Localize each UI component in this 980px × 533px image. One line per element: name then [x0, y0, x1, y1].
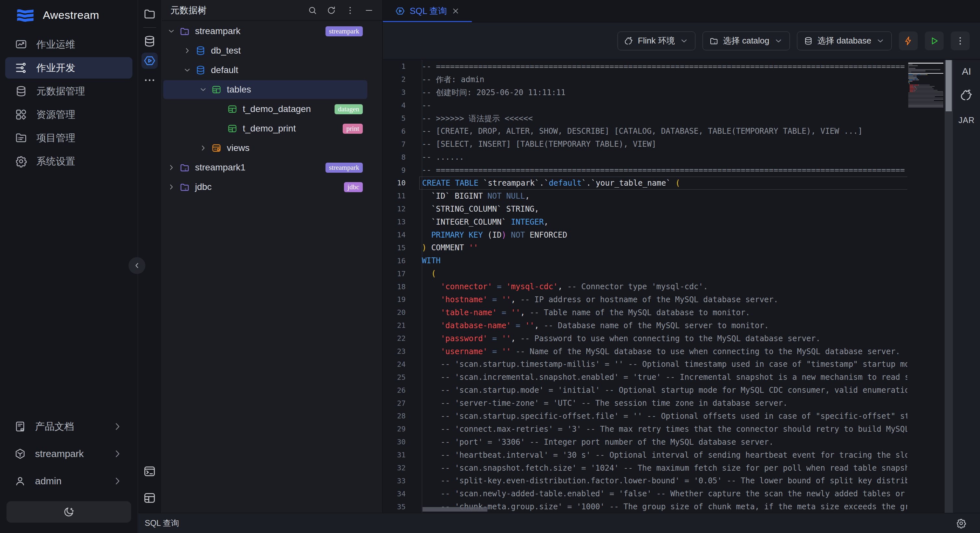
code-line[interactable]: 32 -- 'scan.snapshot.fetch.size' = '1024…	[383, 461, 907, 474]
code-line[interactable]: 9-- ====================================…	[383, 164, 907, 177]
catalog-icon: c	[180, 162, 190, 173]
scrollbar-thumb[interactable]	[946, 60, 952, 111]
action-run-button[interactable]	[925, 32, 943, 50]
code-text: PRIMARY KEY (ID) NOT ENFORCED	[419, 229, 907, 242]
minimap[interactable]	[907, 60, 945, 513]
code-line[interactable]: 13 `INTEGER_COLUMN` INTEGER,	[383, 216, 907, 229]
chevron-right-icon[interactable]	[167, 183, 175, 191]
code-line[interactable]: 23 'username' = '' -- Name of the MySQL …	[383, 345, 907, 358]
code-line[interactable]: 28 -- 'scan.startup.specific-offset.file…	[383, 410, 907, 423]
search-icon[interactable]	[308, 6, 317, 15]
tree-item-tables[interactable]: tables	[163, 80, 368, 99]
code-line[interactable]: 16WITH	[383, 254, 907, 267]
code-text: -- 作者: admin	[419, 73, 907, 86]
code-line[interactable]: 4--	[383, 99, 907, 112]
code-text: -- >>>>>> 语法提示 <<<<<<	[419, 112, 907, 125]
tab-sql-query[interactable]: SQL 查询	[383, 0, 472, 22]
code-line[interactable]: 26 -- 'scan.startup.mode' = 'initial' --…	[383, 384, 907, 397]
tree-item-t_demo_datagen[interactable]: t_demo_datagendatagen	[163, 100, 368, 118]
code-line[interactable]: 1-- ====================================…	[383, 60, 907, 73]
activity-ellipsis-h-button[interactable]	[142, 72, 158, 88]
code-line[interactable]: 22 'password' = '', -- Password to use w…	[383, 332, 907, 345]
minimap-line	[908, 69, 943, 70]
chevron-down-icon[interactable]	[183, 66, 191, 74]
code-line[interactable]: 7-- [SELECT, INSERT] [TABLE(TEMPORARY TA…	[383, 138, 907, 151]
code-editor[interactable]: 1-- ====================================…	[383, 60, 907, 513]
code-line[interactable]: 10CREATE TABLE `streampark`.`default`.`y…	[383, 177, 907, 189]
code-line[interactable]: 8-- ......	[383, 151, 907, 164]
gear-icon	[956, 518, 966, 528]
dropdown-select-database[interactable]: 选择 database	[797, 32, 892, 50]
refresh-icon[interactable]	[326, 6, 336, 15]
rail-flink-icon[interactable]	[960, 89, 973, 104]
action-more-button[interactable]	[951, 32, 970, 50]
code-line[interactable]: 19 'hostname' = '', -- IP address or hos…	[383, 293, 907, 306]
code-line[interactable]: 25 -- 'scan.incremental.snapshot.enabled…	[383, 371, 907, 384]
code-line[interactable]: 29 -- 'connect.max-retries' = '3' -- The…	[383, 423, 907, 436]
code-line[interactable]: 30 -- 'port' = '3306' -- Integer port nu…	[383, 436, 907, 449]
sidebar-item-monitor[interactable]: 作业运维	[5, 34, 132, 55]
chevron-right-icon[interactable]	[199, 144, 207, 152]
sidebar-item-gear[interactable]: 系统设置	[5, 151, 132, 172]
tree-item-views[interactable]: views	[163, 138, 368, 158]
close-icon[interactable]	[451, 7, 460, 15]
sidebar-item-grid[interactable]: 资源管理	[5, 104, 132, 125]
code-line[interactable]: 15) COMMENT ''	[383, 241, 907, 254]
sidebar-item-workflow[interactable]: 作业开发	[5, 57, 132, 78]
code-line[interactable]: 34 -- 'scan.newly-added-table.enabled' =…	[383, 487, 907, 500]
footer-item-package[interactable]: streampark	[0, 440, 138, 468]
code-line[interactable]: 11 `ID` BIGINT NOT NULL,	[383, 189, 907, 202]
code-line[interactable]: 31 -- 'heartbeat.interval' = '30 s' -- O…	[383, 449, 907, 461]
code-line[interactable]: 3-- 创建时间: 2025-06-20 11:11:11	[383, 86, 907, 99]
code-line[interactable]: 2-- 作者: admin	[383, 73, 907, 86]
sidebar-collapse-button[interactable]	[129, 257, 145, 274]
rail-jar[interactable]: JAR	[958, 116, 974, 125]
minus-icon[interactable]	[364, 6, 374, 15]
tree-item-streampark[interactable]: cstreamparkstreampark	[163, 22, 368, 41]
tree-item-db_test[interactable]: db_test	[163, 41, 368, 60]
activity-terminal-button[interactable]	[142, 463, 158, 479]
code-line[interactable]: 14 PRIMARY KEY (ID) NOT ENFORCED	[383, 229, 907, 242]
minimap-line	[908, 78, 943, 79]
action-execute-button[interactable]	[899, 32, 918, 50]
flink-icon	[624, 37, 633, 45]
footer-item-doc[interactable]: 产品文档	[0, 413, 138, 440]
activity-hexagon-play-button[interactable]	[142, 53, 158, 69]
tree-item-jdbc[interactable]: cjdbcjdbc	[163, 178, 368, 196]
chevron-down-icon[interactable]	[199, 85, 207, 94]
code-line[interactable]: 33 -- 'split-key.even-distribution.facto…	[383, 474, 907, 488]
code-line[interactable]: 24 -- 'scan.startup.timestamp-millis' = …	[383, 358, 907, 371]
sidebar-item-project[interactable]: 项目管理	[5, 127, 132, 149]
chevron-right-icon[interactable]	[183, 46, 191, 55]
dropdown-select-catalog[interactable]: c选择 catalog	[703, 32, 790, 50]
tree-item-streampark1[interactable]: cstreampark1streampark	[163, 158, 368, 177]
code-line[interactable]: 18 'connector' = 'mysql-cdc', -- Connect…	[383, 280, 907, 293]
code-line[interactable]: 12 `STRING_COLUMN` STRING,	[383, 202, 907, 216]
horizontal-scrollbar[interactable]	[423, 507, 487, 512]
rail-ai[interactable]: AI	[962, 66, 971, 77]
view-icon	[211, 143, 222, 153]
tree-item-default[interactable]: default	[163, 61, 368, 80]
tree-item-t_demo_print[interactable]: t_demo_printprint	[163, 119, 368, 138]
code-line[interactable]: 21 'database-name' = '', -- Database nam…	[383, 319, 907, 332]
chevron-right-icon[interactable]	[167, 163, 175, 172]
logo[interactable]: Awestream	[0, 0, 138, 30]
code-line[interactable]: 20 'table-name' = '', -- Table name of t…	[383, 306, 907, 319]
dropdown-flink-env[interactable]: Flink 环境	[617, 32, 695, 50]
code-line[interactable]: 27 -- 'server-time-zone' = 'UTC' -- The …	[383, 397, 907, 410]
activity-folder-button[interactable]	[142, 6, 158, 22]
database-icon	[15, 85, 27, 97]
vertical-scrollbar[interactable]	[945, 60, 953, 513]
activity-database-button[interactable]	[142, 33, 158, 49]
chevron-down-icon[interactable]	[167, 27, 175, 35]
code-line[interactable]: 6-- [CREATE, DROP, ALTER, SHOW, DESCRIBE…	[383, 125, 907, 138]
kebab-vertical-icon[interactable]	[345, 6, 355, 15]
code-line[interactable]: 17 (	[383, 267, 907, 280]
code-line[interactable]: 5-- >>>>>> 语法提示 <<<<<<	[383, 112, 907, 125]
sidebar-item-database[interactable]: 元数据管理	[5, 81, 132, 102]
code-text: 'connector' = 'mysql-cdc', -- Connector …	[419, 280, 907, 293]
activity-table-grid-button[interactable]	[142, 490, 158, 506]
theme-toggle-button[interactable]	[6, 501, 131, 523]
footer-item-user[interactable]: admin	[0, 468, 138, 495]
settings-button[interactable]	[954, 518, 968, 529]
